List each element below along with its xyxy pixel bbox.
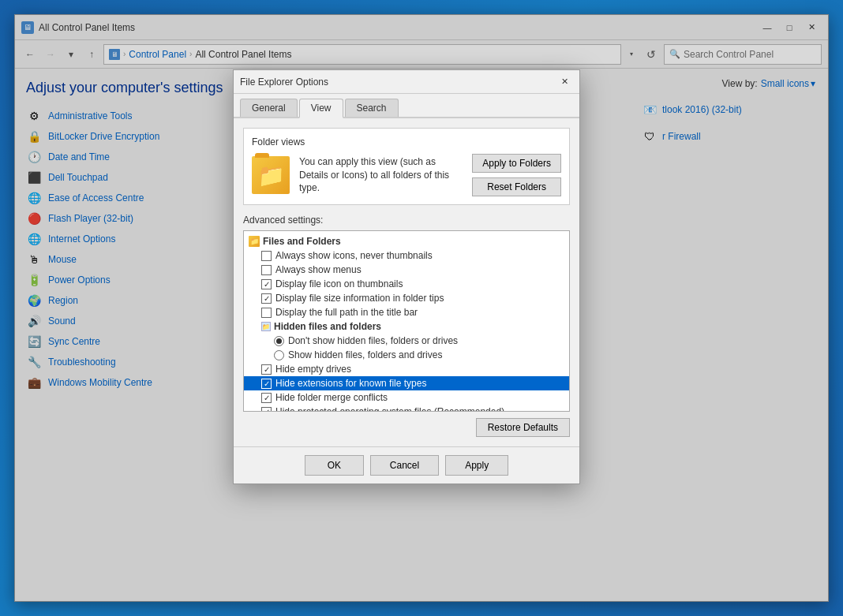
setting-label: Always show icons, never thumbnails [275, 250, 433, 261]
dialog-title: File Explorer Options [240, 77, 556, 88]
checkbox-hide-merge[interactable] [261, 393, 272, 403]
radio-dont-show[interactable]: Don't show hidden files, folders or driv… [244, 334, 569, 348]
setting-hide-empty[interactable]: Hide empty drives [244, 362, 569, 376]
setting-file-size-info[interactable]: Display file size information in folder … [244, 291, 569, 305]
dialog-footer: OK Cancel Apply [234, 446, 579, 483]
apply-to-folders-button[interactable]: Apply to Folders [472, 154, 561, 173]
category-files-folders: 📁 Files and Folders [244, 234, 569, 248]
settings-list: 📁 Files and Folders Always show icons, n… [244, 231, 569, 412]
restore-row: Restore Defaults [243, 418, 570, 437]
radio-dont-show-btn[interactable] [274, 336, 284, 346]
setting-label: Display file size information in folder … [275, 293, 444, 304]
setting-label: Display the full path in the title bar [275, 307, 418, 318]
setting-label: Hide folder merge conflicts [275, 392, 388, 403]
ok-button[interactable]: OK [305, 455, 364, 476]
radio-show-hidden[interactable]: Show hidden files, folders and drives [244, 348, 569, 362]
category-icon: 📁 [249, 236, 260, 247]
checkbox-always-icons[interactable] [261, 251, 272, 261]
setting-always-menus[interactable]: Always show menus [244, 263, 569, 277]
checkbox-hide-empty[interactable] [261, 364, 272, 375]
setting-hide-protected[interactable]: Hide protected operating system files (R… [244, 405, 569, 412]
setting-label: Hide protected operating system files (R… [275, 406, 504, 412]
checkbox-file-size[interactable] [261, 293, 272, 304]
tab-general[interactable]: General [240, 99, 298, 117]
advanced-title: Advanced settings: [243, 215, 570, 226]
setting-full-path[interactable]: Display the full path in the title bar [244, 305, 569, 319]
setting-always-icons[interactable]: Always show icons, never thumbnails [244, 248, 569, 263]
folder-views-desc: You can apply this view (such as Details… [299, 155, 463, 195]
file-explorer-options-dialog: File Explorer Options ✕ General View Sea… [233, 69, 580, 484]
settings-list-container[interactable]: 📁 Files and Folders Always show icons, n… [243, 230, 570, 412]
category-label: Files and Folders [263, 236, 341, 247]
subcat-icon: 📁 [261, 322, 271, 331]
setting-file-icon-thumbnails[interactable]: Display file icon on thumbnails [244, 277, 569, 291]
setting-label: Hide extensions for known file types [275, 378, 426, 389]
dialog-body: Folder views 📁 You can apply this view (… [234, 118, 579, 446]
subcategory-hidden: 📁 Hidden files and folders [244, 319, 569, 334]
setting-hide-extensions[interactable]: Hide extensions for known file types [244, 376, 569, 390]
setting-hide-merge[interactable]: Hide folder merge conflicts [244, 390, 569, 405]
checkbox-hide-protected[interactable] [261, 407, 272, 413]
subcategory-label: Hidden files and folders [274, 321, 381, 332]
folder-icon: 📁 [252, 156, 290, 194]
folder-views-section: Folder views 📁 You can apply this view (… [243, 128, 570, 205]
folder-views-content: 📁 You can apply this view (such as Detai… [252, 154, 561, 196]
dialog-tabs: General View Search [234, 94, 579, 118]
radio-label: Show hidden files, folders and drives [288, 349, 442, 360]
apply-button[interactable]: Apply [445, 455, 508, 476]
radio-label: Don't show hidden files, folders or driv… [288, 335, 458, 346]
reset-folders-button[interactable]: Reset Folders [472, 177, 561, 196]
setting-label: Hide empty drives [275, 364, 351, 375]
cancel-button[interactable]: Cancel [370, 455, 439, 476]
setting-label: Always show menus [275, 264, 362, 275]
setting-label: Display file icon on thumbnails [275, 278, 403, 289]
tab-view[interactable]: View [299, 99, 343, 118]
restore-defaults-button[interactable]: Restore Defaults [476, 418, 570, 437]
dialog-close-button[interactable]: ✕ [556, 73, 573, 91]
checkbox-hide-ext[interactable] [261, 379, 272, 389]
radio-show-btn[interactable] [274, 350, 284, 360]
checkbox-file-icon[interactable] [261, 279, 272, 289]
folder-views-buttons: Apply to Folders Reset Folders [472, 154, 561, 196]
checkbox-full-path[interactable] [261, 308, 272, 318]
checkbox-always-menus[interactable] [261, 265, 272, 275]
dialog-title-bar: File Explorer Options ✕ [234, 70, 579, 94]
folder-views-title: Folder views [252, 136, 561, 147]
tab-search[interactable]: Search [345, 99, 399, 117]
